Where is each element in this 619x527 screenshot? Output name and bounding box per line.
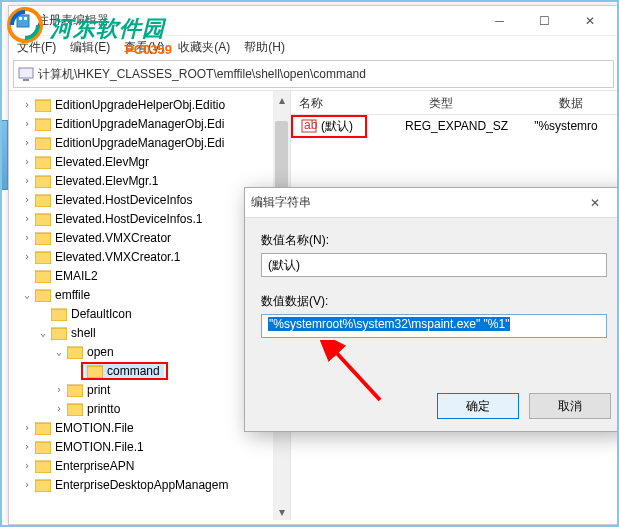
maximize-button[interactable]: ☐: [522, 7, 567, 35]
close-button[interactable]: ✕: [567, 7, 612, 35]
tree-item[interactable]: ›EnterpriseAPN: [21, 456, 290, 475]
col-type[interactable]: 类型: [421, 91, 551, 114]
value-name: (默认): [317, 118, 361, 135]
window-title: 注册表编辑器: [37, 12, 477, 29]
list-header: 名称 类型 数据: [291, 91, 618, 115]
svg-rect-23: [35, 423, 51, 435]
tree-item[interactable]: ›EditionUpgradeManagerObj.Edi: [21, 133, 290, 152]
svg-rect-18: [51, 328, 67, 340]
svg-rect-19: [67, 347, 83, 359]
computer-icon: [18, 66, 34, 82]
svg-text:ab: ab: [304, 118, 317, 132]
address-bar[interactable]: 计算机\HKEY_CLASSES_ROOT\emffile\shell\open…: [13, 60, 614, 88]
value-name-input[interactable]: [261, 253, 607, 277]
menu-view[interactable]: 查看(V): [124, 39, 164, 56]
string-value-icon: ab: [301, 118, 317, 134]
svg-rect-6: [35, 100, 51, 112]
col-data[interactable]: 数据: [551, 91, 618, 114]
svg-rect-3: [24, 17, 27, 20]
left-window-edge: [0, 120, 8, 190]
menu-edit[interactable]: 编辑(E): [70, 39, 110, 56]
svg-rect-7: [35, 119, 51, 131]
app-icon: [15, 13, 31, 29]
svg-rect-12: [35, 214, 51, 226]
value-name-label: 数值名称(N):: [261, 232, 607, 249]
value-data-text: "%systemroot%\system32\mspaint.exe" "%1": [268, 317, 510, 331]
svg-rect-24: [35, 442, 51, 454]
menubar: 文件(F) 编辑(E) 查看(V) 收藏夹(A) 帮助(H): [9, 36, 618, 58]
svg-rect-1: [17, 15, 29, 27]
highlight-default-value: ab (默认): [291, 115, 367, 138]
tree-item[interactable]: ›EditionUpgradeManagerObj.Edi: [21, 114, 290, 133]
highlight-command: command: [81, 362, 168, 380]
value-data: "%systemro: [526, 119, 606, 133]
collapse-icon[interactable]: ⌄: [21, 289, 33, 300]
value-data-label: 数值数据(V):: [261, 293, 607, 310]
svg-rect-25: [35, 461, 51, 473]
svg-rect-8: [35, 138, 51, 150]
collapse-icon[interactable]: ⌄: [53, 346, 65, 357]
svg-rect-13: [35, 233, 51, 245]
edit-string-dialog: 编辑字符串 ✕ 数值名称(N): 数值数据(V): "%systemroot%\…: [244, 187, 619, 432]
svg-rect-22: [67, 404, 83, 416]
ok-button[interactable]: 确定: [437, 393, 519, 419]
titlebar[interactable]: 注册表编辑器 ─ ☐ ✕: [9, 6, 618, 36]
col-name[interactable]: 名称: [291, 91, 421, 114]
tree-item[interactable]: ›EditionUpgradeHelperObj.Editio: [21, 95, 290, 114]
menu-favorites[interactable]: 收藏夹(A): [178, 39, 230, 56]
svg-rect-17: [51, 309, 67, 321]
menu-file[interactable]: 文件(F): [17, 39, 56, 56]
cancel-button[interactable]: 取消: [529, 393, 611, 419]
tree-item[interactable]: ›Elevated.ElevMgr: [21, 152, 290, 171]
svg-rect-5: [23, 79, 29, 81]
svg-rect-10: [35, 176, 51, 188]
svg-rect-21: [67, 385, 83, 397]
menu-help[interactable]: 帮助(H): [244, 39, 285, 56]
tree-item[interactable]: ›EMOTION.File.1: [21, 437, 290, 456]
svg-rect-11: [35, 195, 51, 207]
dialog-titlebar[interactable]: 编辑字符串 ✕: [245, 188, 619, 218]
value-type: REG_EXPAND_SZ: [397, 119, 516, 133]
dialog-close-button[interactable]: ✕: [572, 189, 617, 217]
svg-rect-9: [35, 157, 51, 169]
svg-rect-14: [35, 252, 51, 264]
collapse-icon[interactable]: ⌄: [37, 327, 49, 338]
minimize-button[interactable]: ─: [477, 7, 522, 35]
value-data-input[interactable]: "%systemroot%\system32\mspaint.exe" "%1": [261, 314, 607, 338]
tree-item[interactable]: ›EnterpriseDesktopAppManagem: [21, 475, 290, 494]
svg-rect-26: [35, 480, 51, 492]
svg-rect-16: [35, 290, 51, 302]
svg-rect-15: [35, 271, 51, 283]
scroll-up-icon[interactable]: ▴: [273, 91, 290, 108]
svg-rect-2: [19, 17, 22, 20]
scroll-down-icon[interactable]: ▾: [273, 503, 290, 520]
dialog-title: 编辑字符串: [251, 194, 572, 211]
svg-rect-20: [87, 366, 103, 378]
list-row-default[interactable]: ab (默认) REG_EXPAND_SZ "%systemro: [291, 115, 618, 137]
svg-rect-4: [19, 68, 33, 78]
address-path: 计算机\HKEY_CLASSES_ROOT\emffile\shell\open…: [38, 66, 366, 83]
